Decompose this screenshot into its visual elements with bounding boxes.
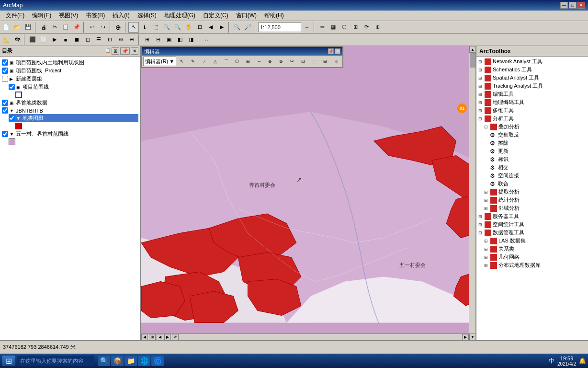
menu-view[interactable]: 视图(V): [55, 11, 82, 21]
toc-layer-4[interactable]: ▣ 项目范围线: [9, 83, 138, 91]
edit-tool4[interactable]: △: [210, 56, 220, 67]
map-nav4[interactable]: ⟳: [172, 334, 179, 341]
tool-union[interactable]: ⚙ 联合: [489, 180, 587, 188]
zoom-out-btn[interactable]: 🔍: [172, 22, 183, 33]
t2-btn14[interactable]: ◧: [175, 34, 185, 45]
tool-geocode[interactable]: ⊞ 地理编码工具: [477, 98, 587, 106]
t2-btn6[interactable]: ◻: [82, 34, 93, 45]
tool-spatial-stats[interactable]: ⊞ 空间统计工具: [477, 220, 587, 229]
t2-btn5[interactable]: ◼: [71, 34, 82, 45]
map-nav3[interactable]: ▶: [164, 334, 171, 341]
tool-data-mgmt[interactable]: ⊟ 数据管理工具: [477, 229, 587, 237]
new-btn[interactable]: 📄: [1, 22, 11, 33]
next-extent-btn[interactable]: ▶: [216, 22, 227, 33]
t2-btn13[interactable]: ▣: [164, 34, 174, 45]
hscroll-left[interactable]: ◀: [141, 334, 148, 341]
vscroll-thumb[interactable]: [470, 53, 475, 68]
toc-check-5[interactable]: [2, 100, 8, 106]
tool-extract[interactable]: ⊞ 提取分析: [483, 188, 587, 196]
menu-window[interactable]: 窗口(W): [232, 11, 260, 21]
taskbar-search-icon[interactable]: 🔍: [98, 356, 110, 366]
find-btn[interactable]: 🔎: [243, 22, 253, 33]
toc-layer-6[interactable]: ▼ JBNTBHTB: [2, 107, 138, 114]
toc-expand-2[interactable]: ▣: [10, 69, 14, 73]
tool-distributed-gdb[interactable]: ⊞ 分布式地理数据库: [483, 261, 587, 269]
paste-btn[interactable]: 📌: [71, 22, 82, 33]
editor-menu[interactable]: 编辑器(R) ▼: [143, 57, 176, 66]
toc-layer-5[interactable]: ▣ 界首地类数据: [2, 99, 138, 107]
tool-spatial-join[interactable]: ⚙ 空间连接: [489, 172, 587, 180]
tool-server[interactable]: ⊞ 服务器工具: [477, 212, 587, 220]
open-btn[interactable]: 📂: [12, 22, 23, 33]
t2-btn16[interactable]: ↔: [201, 34, 212, 45]
map-container[interactable]: 编辑器 📌 ✕ 编辑器(R) ▼ ↖ ✎ ⟋ △ ⌒ ⬡ ⊞ ↔ ⊕: [141, 46, 475, 340]
menu-insert[interactable]: 插入(I): [109, 11, 133, 21]
toc-check-3[interactable]: [2, 76, 8, 82]
toc-check-1[interactable]: [2, 59, 8, 66]
tool-relationship[interactable]: ⊞ 关系类: [483, 245, 587, 253]
tool-geo-network[interactable]: ⊞ 几何网络: [483, 253, 587, 261]
menu-help[interactable]: 帮助(H): [260, 11, 288, 21]
tool-network-analyst[interactable]: ⊞ Network Analyst 工具: [477, 58, 587, 66]
t2-btn15[interactable]: ◨: [186, 34, 196, 45]
tool-identity[interactable]: ⚙ 标识: [489, 155, 587, 163]
t2-btn3[interactable]: ▶: [49, 34, 60, 45]
info-btn[interactable]: ℹ: [139, 22, 150, 33]
toc-list-btn[interactable]: ⊞: [112, 47, 119, 55]
toc-close-btn[interactable]: ✕: [131, 47, 138, 55]
copy-btn[interactable]: 📋: [60, 22, 71, 33]
edit-tool6[interactable]: ⬡: [232, 56, 242, 67]
tool-intersect[interactable]: ⚙ 相交: [489, 163, 587, 172]
zoom-in-btn[interactable]: 🔍: [161, 22, 172, 33]
t2-btn1[interactable]: ⬛: [27, 34, 38, 45]
layout-btn[interactable]: 📐: [1, 34, 11, 45]
maximize-btn[interactable]: □: [569, 2, 577, 9]
toc-expand-3[interactable]: ▶: [10, 77, 14, 81]
taskbar-browser-icon[interactable]: 🌐: [138, 356, 150, 366]
tool-erase[interactable]: ⚙ 擦除: [489, 139, 587, 147]
search-bar[interactable]: 在这里输入你要搜索的内容: [17, 356, 94, 366]
tool-stats[interactable]: ⊞ 统计分析: [483, 196, 587, 204]
taskbar-cortana-icon[interactable]: 📦: [111, 356, 124, 366]
print-btn[interactable]: 🖨: [38, 22, 49, 33]
menu-geoprocess[interactable]: 地理处理(G): [160, 11, 199, 21]
menu-edit[interactable]: 编辑(E): [28, 11, 55, 21]
add-data-btn[interactable]: ⊕: [113, 22, 124, 33]
vscroll-up[interactable]: ▲: [469, 46, 475, 53]
redo-btn[interactable]: ↪: [98, 22, 108, 33]
menu-customize[interactable]: 自定义(C): [199, 11, 232, 21]
select-btn[interactable]: ⬚: [150, 22, 161, 33]
tool-neighbor[interactable]: ⊞ 邻域分析: [483, 204, 587, 212]
tool-tracking[interactable]: ⊞ Tracking Analyst 工具: [477, 82, 587, 90]
toc-layer-3[interactable]: ▶ 新建图层组: [2, 75, 138, 83]
editor-tool2[interactable]: ▦: [328, 22, 339, 33]
tool-update[interactable]: ⚙ 更新: [489, 147, 587, 155]
t2-btn8[interactable]: ⊡: [104, 34, 115, 45]
hscroll-right[interactable]: ▶: [462, 334, 469, 341]
close-btn[interactable]: ✕: [577, 2, 585, 9]
identify-btn[interactable]: 🔍: [232, 22, 242, 33]
tool-overlay[interactable]: ⊟ 叠加分析: [483, 123, 587, 131]
vscroll-down[interactable]: ▼: [469, 334, 475, 340]
minimize-btn[interactable]: —: [560, 2, 568, 9]
editor-tool4[interactable]: ⊞: [350, 22, 361, 33]
t2-btn9[interactable]: ⊗: [115, 34, 126, 45]
editor-tool1[interactable]: ✏: [317, 22, 328, 33]
editor-close[interactable]: ✕: [335, 48, 340, 54]
edit-tool5[interactable]: ⌒: [221, 56, 231, 67]
tool-intersect-reverse[interactable]: ⚙ 交集取反: [489, 131, 587, 139]
edit-tool9[interactable]: ⊕: [265, 56, 275, 67]
menu-bookmark[interactable]: 书签(B): [82, 11, 109, 21]
edit-tool13[interactable]: ⬚: [309, 56, 319, 67]
toc-expand-4[interactable]: ▣: [16, 85, 21, 90]
start-button[interactable]: ⊞: [2, 356, 15, 366]
toc-expand-1[interactable]: ▣: [10, 60, 14, 65]
tool-multidim[interactable]: ⊞ 多维工具: [477, 106, 587, 115]
toc-expand-7[interactable]: ▼: [16, 116, 21, 121]
toc-layer-8[interactable]: ▼ 五一村、界首村范围线: [2, 130, 138, 138]
map-btn[interactable]: 🗺: [12, 34, 23, 45]
toc-check-2[interactable]: [2, 68, 8, 74]
cut-btn[interactable]: ✂: [49, 22, 60, 33]
pan-btn[interactable]: ✋: [183, 22, 194, 33]
t2-btn4[interactable]: ■: [60, 34, 71, 45]
